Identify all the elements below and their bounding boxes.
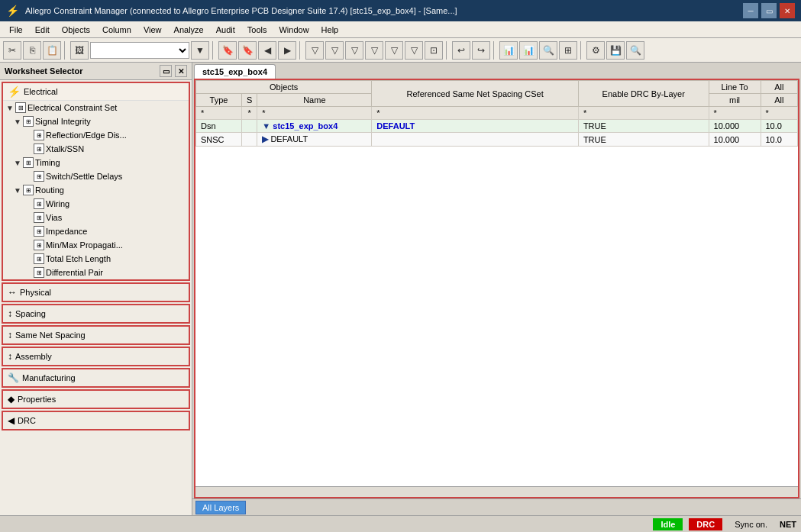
menu-item-analyze[interactable]: Analyze bbox=[168, 24, 210, 36]
search-circle-btn[interactable]: 🔍 bbox=[539, 41, 557, 60]
xtalk-expand bbox=[24, 145, 32, 153]
close-button[interactable]: ✕ bbox=[780, 3, 795, 18]
filter-btn1[interactable]: ▽ bbox=[305, 41, 324, 60]
spacing-header[interactable]: ↕ Spacing bbox=[3, 305, 189, 322]
panel-title: Worksheet Selector bbox=[5, 66, 83, 76]
net-status: NET bbox=[780, 520, 796, 529]
all-header: All bbox=[761, 94, 798, 107]
manufacturing-section[interactable]: 🔧 Manufacturing bbox=[2, 368, 190, 388]
xtalk-grid-icon: ⊞ bbox=[34, 143, 44, 154]
total-etch-item[interactable]: ⊞ Total Etch Length bbox=[3, 252, 189, 266]
menu-item-help[interactable]: Help bbox=[315, 24, 345, 36]
manufacturing-header[interactable]: 🔧 Manufacturing bbox=[3, 369, 189, 386]
properties-section[interactable]: ◆ Properties bbox=[2, 389, 190, 409]
bookmark-btn2[interactable]: 🔖 bbox=[238, 41, 257, 60]
app-icon: ⚡ bbox=[6, 5, 19, 17]
same-net-label: Same Net Spacing bbox=[15, 330, 86, 340]
bookmark-btn[interactable]: 🔖 bbox=[218, 41, 237, 60]
nav-btn2[interactable]: ▶ bbox=[278, 41, 296, 60]
cset-expand: ▼ bbox=[6, 104, 14, 112]
menu-item-file[interactable]: File bbox=[3, 24, 29, 36]
cset-header: Referenced Same Net Spacing CSet bbox=[372, 81, 579, 107]
signal-integrity-item[interactable]: ▼ ⊞ Signal Integrity bbox=[3, 114, 189, 128]
assembly-section[interactable]: ↕ Assembly bbox=[2, 347, 190, 366]
panel-close-btn[interactable]: ✕ bbox=[175, 65, 187, 77]
vias-item[interactable]: ⊞ Vias bbox=[3, 211, 189, 224]
xtalk-item[interactable]: ⊞ Xtalk/SSN bbox=[3, 142, 189, 156]
reflection-item[interactable]: ⊞ Reflection/Edge Dis... bbox=[3, 128, 189, 142]
wiring-grid-icon: ⊞ bbox=[34, 198, 44, 209]
properties-header[interactable]: ◆ Properties bbox=[3, 391, 189, 408]
timing-item[interactable]: ▼ ⊞ Timing bbox=[3, 156, 189, 169]
switch-item[interactable]: ⊞ Switch/Settle Delays bbox=[3, 169, 189, 183]
copy-button[interactable]: ⎘ bbox=[23, 41, 41, 60]
filter-btn5[interactable]: ▽ bbox=[385, 41, 403, 60]
physical-section[interactable]: ↔ Physical bbox=[2, 282, 190, 302]
nav-btn1[interactable]: ◀ bbox=[258, 41, 276, 60]
impedance-grid-icon: ⊞ bbox=[34, 226, 44, 237]
cut-button[interactable]: ✂ bbox=[3, 41, 21, 60]
search-btn[interactable]: 🔍 bbox=[626, 41, 644, 60]
settings-btn[interactable]: ⚙ bbox=[586, 41, 605, 60]
filter-btn3[interactable]: ▽ bbox=[345, 41, 363, 60]
status-bar: Idle DRC Sync on. NET bbox=[0, 515, 801, 532]
diff-pair-grid-icon: ⊞ bbox=[34, 267, 44, 278]
menu-item-view[interactable]: View bbox=[137, 24, 168, 36]
physical-header[interactable]: ↔ Physical bbox=[3, 284, 189, 301]
main-layout: Worksheet Selector ▭ ✕ ⚡ Electrical ▼ ⊞ … bbox=[0, 63, 801, 515]
toolbar-dropdown[interactable] bbox=[90, 42, 189, 59]
menu-item-column[interactable]: Column bbox=[96, 24, 137, 36]
filter-btn7[interactable]: ⊡ bbox=[425, 41, 443, 60]
menu-item-window[interactable]: Window bbox=[273, 24, 315, 36]
dsn-lineto-cell: 10.000 bbox=[709, 120, 761, 133]
menu-item-objects[interactable]: Objects bbox=[56, 24, 96, 36]
impedance-item[interactable]: ⊞ Impedance bbox=[3, 224, 189, 238]
grid-btn[interactable]: ⊞ bbox=[559, 41, 577, 60]
separator-3 bbox=[299, 41, 302, 60]
type-cell: * bbox=[196, 107, 242, 120]
filter-btn6[interactable]: ▽ bbox=[405, 41, 423, 60]
filter-btn4[interactable]: ▽ bbox=[365, 41, 383, 60]
undo-btn[interactable]: ↩ bbox=[452, 41, 470, 60]
paste-button[interactable]: 📋 bbox=[43, 41, 61, 60]
minimize-button[interactable]: ─ bbox=[743, 3, 758, 18]
mil-header: mil bbox=[709, 94, 761, 107]
separator-4 bbox=[446, 41, 449, 60]
constraint-set-item[interactable]: ▼ ⊞ Electrical Constraint Set bbox=[3, 101, 189, 114]
restore-button[interactable]: ▭ bbox=[761, 3, 777, 18]
diff-pair-item[interactable]: ⊞ Differential Pair bbox=[3, 266, 189, 279]
assembly-header[interactable]: ↕ Assembly bbox=[3, 348, 189, 365]
snsc-expand-arrow[interactable]: ▶ bbox=[262, 134, 268, 143]
view-btn1[interactable]: 📊 bbox=[499, 41, 518, 60]
menu-item-audit[interactable]: Audit bbox=[210, 24, 241, 36]
assembly-icon: ↕ bbox=[8, 351, 12, 362]
spacing-section[interactable]: ↕ Spacing bbox=[2, 304, 190, 324]
toolbar-btn-5[interactable]: 🖼 bbox=[70, 41, 89, 60]
dropdown-btn[interactable]: ▼ bbox=[191, 41, 209, 60]
tab-stc15[interactable]: stc15_exp_box4 bbox=[194, 64, 276, 79]
export-btn[interactable]: 💾 bbox=[606, 41, 625, 60]
drc-header[interactable]: ◀ DRC bbox=[3, 412, 189, 429]
all-layers-button[interactable]: All Layers bbox=[195, 501, 246, 514]
filter-btn2[interactable]: ▽ bbox=[325, 41, 344, 60]
menu-item-edit[interactable]: Edit bbox=[29, 24, 56, 36]
wiring-item[interactable]: ⊞ Wiring bbox=[3, 197, 189, 211]
minmax-label: Min/Max Propagati... bbox=[46, 240, 123, 250]
same-net-header[interactable]: ↕ Same Net Spacing bbox=[3, 327, 189, 343]
minmax-item[interactable]: ⊞ Min/Max Propagati... bbox=[3, 238, 189, 252]
routing-item[interactable]: ▼ ⊞ Routing bbox=[3, 183, 189, 197]
view-btn2[interactable]: 📊 bbox=[519, 41, 538, 60]
panel-restore-btn[interactable]: ▭ bbox=[160, 65, 172, 77]
menu-item-tools[interactable]: Tools bbox=[241, 24, 273, 36]
assembly-label: Assembly bbox=[15, 352, 52, 361]
snsc-all-cell: 10.0 bbox=[761, 133, 798, 147]
drc-section[interactable]: ◀ DRC bbox=[2, 411, 190, 430]
redo-btn[interactable]: ↪ bbox=[472, 41, 490, 60]
all-header-right: All bbox=[761, 81, 798, 94]
same-net-section[interactable]: ↕ Same Net Spacing bbox=[2, 325, 190, 345]
vias-label: Vias bbox=[46, 213, 62, 222]
electrical-header[interactable]: ⚡ Electrical bbox=[3, 83, 189, 101]
electrical-icon: ⚡ bbox=[8, 85, 21, 98]
dsn-expand-arrow[interactable]: ▼ bbox=[262, 121, 270, 131]
horizontal-scrollbar[interactable] bbox=[195, 486, 798, 497]
